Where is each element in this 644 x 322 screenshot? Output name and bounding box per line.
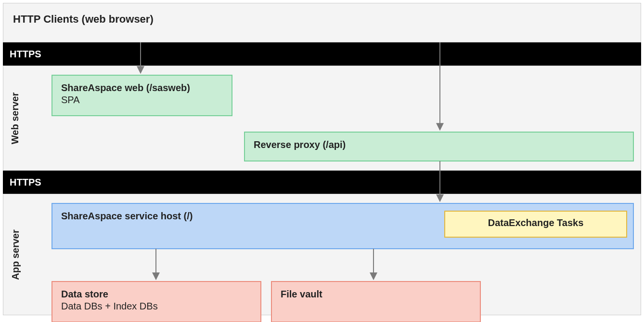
arrows-layer <box>0 0 644 322</box>
